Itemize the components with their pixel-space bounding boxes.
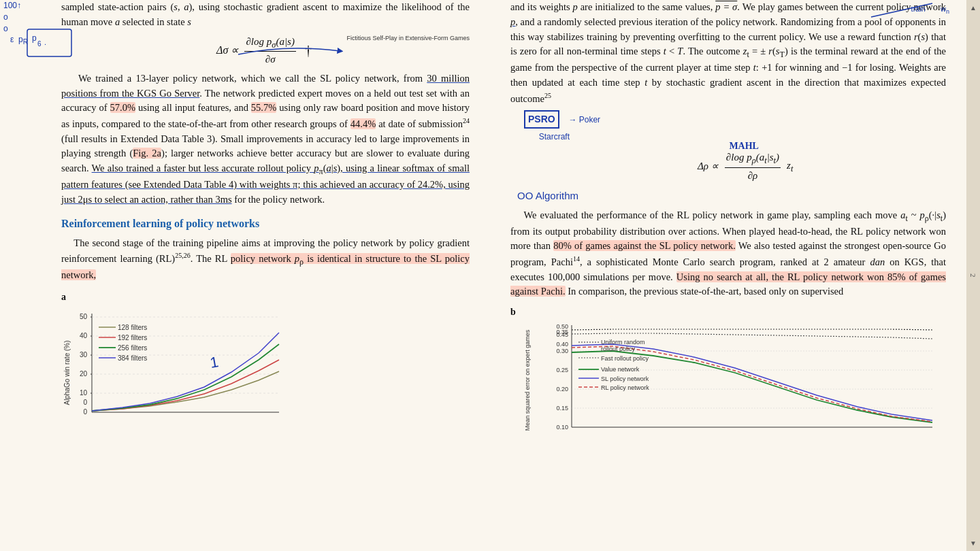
- paragraph-sl-network: We trained a 13-layer policy network, wh…: [61, 71, 470, 207]
- paragraph-right-2: We evaluated the performance of the RL p…: [510, 208, 946, 300]
- chart-a-label: a: [61, 290, 470, 304]
- annotation-arrow-right: → Poker Starcraft: [527, 115, 600, 141]
- chart-b-label: b: [510, 305, 946, 319]
- annotation-block: PSRO → Poker Starcraft Δρ ∝ ∂log pρ(at|s…: [510, 110, 946, 183]
- svg-text:20: 20: [80, 370, 88, 378]
- underline-also: We also trained a faster but less accura…: [61, 163, 470, 205]
- svg-text:0.40: 0.40: [556, 341, 568, 348]
- highlight-57: 57.0%: [110, 102, 135, 113]
- svg-text:rollout policy: rollout policy: [601, 346, 636, 352]
- right-column: train wn and its weights p are initializ…: [490, 0, 966, 551]
- svg-text:Uniform random: Uniform random: [601, 339, 645, 346]
- chart-b-svg: 0.10 0.15 0.20 0.25 0.30 0.35 0.50 0.45 …: [510, 322, 953, 448]
- svg-text:.: .: [44, 38, 46, 46]
- svg-text:0: 0: [83, 399, 87, 406]
- svg-text:384 filters: 384 filters: [118, 354, 147, 362]
- chart-a-svg: 0 10 20 30 40 50 0 AlphaGo win rate (%): [61, 307, 286, 433]
- highlight-55: 55.7%: [251, 102, 276, 113]
- svg-text:p: p: [32, 33, 37, 43]
- svg-text:Mean squared error on expert g: Mean squared error on expert games: [524, 329, 531, 431]
- arrow-annotation-formula: [231, 41, 368, 68]
- formula2-block: Δρ ∝ ∂log pρ(at|st) ∂ρ zt MAHL: [578, 150, 946, 183]
- svg-text:1: 1: [209, 353, 220, 371]
- page-container: 100↑oo ε pR sampled state-action pairs (…: [0, 0, 980, 551]
- scroll-up-button[interactable]: ▲: [970, 3, 977, 13]
- svg-text:10: 10: [80, 389, 88, 397]
- svg-text:30: 30: [80, 351, 88, 358]
- highlight-fig2a: Fig. 2a: [133, 148, 161, 158]
- page-number-badge: 2: [968, 273, 979, 278]
- scroll-down-button[interactable]: ▼: [970, 538, 977, 548]
- highlight-44: 44.4%: [350, 118, 376, 129]
- svg-text:0.20: 0.20: [556, 386, 568, 393]
- top-paragraph: sampled state-action pairs (s, a), using…: [61, 0, 470, 30]
- scrollbar[interactable]: ▲ 2 ▼: [966, 0, 980, 551]
- section-heading-rl: Reinforcement learning of policy network…: [61, 216, 470, 232]
- svg-text:256 filters: 256 filters: [118, 344, 147, 352]
- paragraph-rl-intro: The second stage of the training pipelin…: [61, 236, 470, 283]
- left-column: 100↑oo ε pR sampled state-action pairs (…: [0, 0, 490, 551]
- svg-text:50: 50: [80, 313, 88, 320]
- annotation-oo-algorithm: OO Algorithm: [517, 188, 946, 204]
- svg-text:40: 40: [80, 332, 88, 339]
- svg-text:Fast rollout policy: Fast rollout policy: [601, 355, 649, 362]
- chart-b-wrapper: b 0.10 0.15 0.20 0.25 0.30 0.35 0.50 0.4…: [510, 305, 946, 452]
- svg-text:0.10: 0.10: [556, 424, 568, 431]
- underline-current-policy: p: [510, 16, 515, 27]
- underline-30million: 30 million positions from the KGS Go Ser…: [61, 73, 470, 99]
- svg-text:0: 0: [83, 408, 87, 416]
- svg-text:0.25: 0.25: [556, 367, 568, 373]
- highlight-nosearch: Using no search at all, the RL policy ne…: [510, 271, 946, 297]
- svg-text:RL policy network: RL policy network: [601, 384, 649, 391]
- svg-text:192 filters: 192 filters: [118, 334, 147, 341]
- highlight-80percent: 80% of games against the SL policy netwo…: [553, 240, 736, 251]
- svg-text:Value network: Value network: [601, 366, 640, 373]
- top-right-arrow: [864, 0, 946, 20]
- svg-text:0.30: 0.30: [556, 348, 568, 354]
- annotation-psro: PSRO: [524, 110, 559, 129]
- svg-text:6: 6: [37, 40, 42, 48]
- svg-text:0.50: 0.50: [556, 323, 568, 330]
- highlight-rl-policy: policy network pρ is identical in struct…: [61, 253, 470, 280]
- svg-text:0.15: 0.15: [556, 405, 568, 412]
- charts-row: a 0 10 20 30 40 50 0 Al: [61, 290, 470, 437]
- svg-text:AlphaGo win rate (%): AlphaGo win rate (%): [63, 340, 71, 405]
- chart-a-container: a 0 10 20 30 40 50 0 Al: [61, 290, 470, 437]
- svg-text:128 filters: 128 filters: [118, 324, 147, 331]
- svg-text:0.45: 0.45: [556, 331, 568, 338]
- svg-text:SL policy network: SL policy network: [601, 375, 649, 382]
